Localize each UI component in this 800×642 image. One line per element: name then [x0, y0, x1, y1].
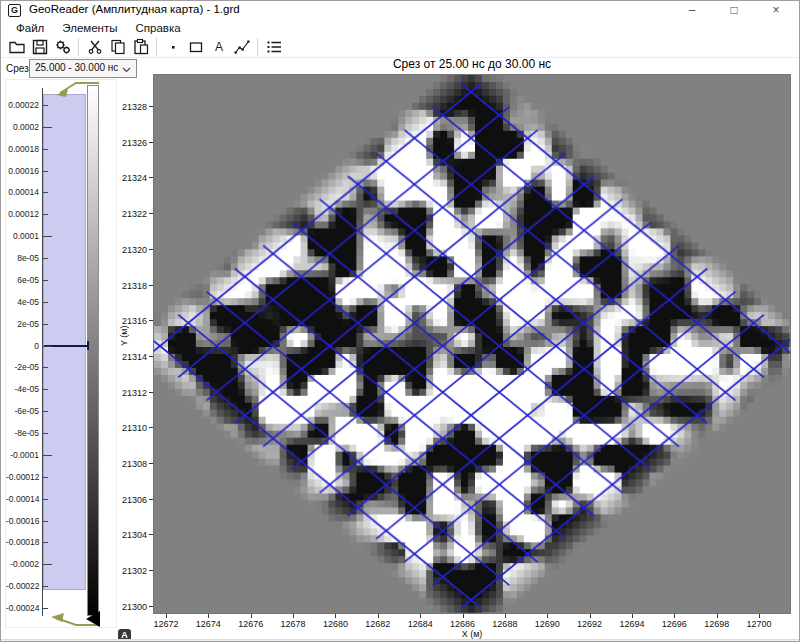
- colorbar-tick-label: 8e-05: [6, 253, 39, 263]
- colorbar-tick-label: 0: [6, 341, 39, 351]
- colorbar-axis-line: [42, 88, 43, 616]
- y-tick-mark: [149, 534, 153, 535]
- x-tick-mark: [674, 614, 675, 618]
- x-tick-mark: [590, 614, 591, 618]
- colorbar-tick-mark: [43, 586, 48, 587]
- x-tick-label: 12676: [231, 619, 271, 629]
- colorbar-tick-mark: [43, 608, 48, 609]
- colorbar-tick-label: 6e-05: [6, 275, 39, 285]
- min-marker-arrowhead-icon: [51, 613, 64, 622]
- y-tick-label: 21314: [113, 352, 147, 362]
- y-tick-label: 21322: [113, 209, 147, 219]
- x-tick-mark: [166, 614, 167, 618]
- menu-item-file[interactable]: Файл: [7, 21, 53, 35]
- y-tick-label: 21318: [113, 281, 147, 291]
- window-title: GeoReader (Амплитудная карта) - 1.grd: [29, 3, 240, 15]
- toolbar-button-paste[interactable]: [129, 37, 152, 58]
- x-tick-mark: [378, 614, 379, 618]
- y-tick-mark: [149, 606, 153, 607]
- y-tick-mark: [149, 570, 153, 571]
- menu-item-help[interactable]: Справка: [126, 21, 189, 35]
- toolbar-button-polyline-tool[interactable]: [230, 37, 253, 58]
- close-button[interactable]: ×: [755, 1, 797, 21]
- menu-bar: ФайлЭлементыСправка: [1, 21, 799, 35]
- y-tick-mark: [149, 392, 153, 393]
- y-tick-mark: [149, 142, 153, 143]
- toolbar-button-point-tool[interactable]: [161, 37, 184, 58]
- grayscale-gradient-bar: [87, 85, 99, 616]
- x-tick-label: 12688: [485, 619, 525, 629]
- colorbar-tick-label: 0.00022: [6, 100, 39, 110]
- toolbar-button-cut-scissors[interactable]: [83, 37, 106, 58]
- y-axis-label: Y (м): [119, 325, 129, 346]
- toolbar-button-list-view[interactable]: [262, 37, 285, 58]
- x-tick-mark: [251, 614, 252, 618]
- cut-scissors-icon: [86, 38, 104, 56]
- colorbar-tick-mark: [43, 346, 52, 347]
- colorbar-tick-label: 0.0002: [6, 122, 39, 132]
- x-tick-label: 12678: [273, 619, 313, 629]
- colorbar-tick-mark: [43, 521, 48, 522]
- x-tick-label: 12694: [612, 619, 652, 629]
- colorbar-tick-mark: [43, 389, 48, 390]
- histogram-zero-spike-end: [87, 341, 89, 350]
- maximize-button[interactable]: □: [713, 1, 755, 21]
- y-tick-label: 21306: [113, 495, 147, 505]
- x-tick-mark: [463, 614, 464, 618]
- y-tick-label: 21310: [113, 423, 147, 433]
- toolbar-button-copy[interactable]: [106, 37, 129, 58]
- y-tick-label: 21328: [113, 102, 147, 112]
- y-tick-mark: [149, 356, 153, 357]
- slice-combobox[interactable]: 25.000 - 30.000 нс: [29, 59, 137, 78]
- app-icon: G: [8, 4, 21, 17]
- colorbar-tick-mark: [43, 411, 48, 412]
- colorbar-tick-label: -0.0002: [6, 559, 39, 569]
- colorbar-tick-label: -0.00018: [6, 537, 39, 547]
- y-tick-mark: [149, 285, 153, 286]
- colorbar-tick-label: -4e-05: [6, 384, 39, 394]
- rectangle-tool-icon: [187, 38, 205, 56]
- amplitude-map-canvas[interactable]: [153, 74, 791, 614]
- colorbar-tick-label: -0.00016: [6, 516, 39, 526]
- y-tick-label: 21308: [113, 459, 147, 469]
- colorbar-tick-mark: [43, 324, 48, 325]
- toolbar-button-save[interactable]: [28, 37, 51, 58]
- colorbar-tick-label: -0.0001: [6, 450, 39, 460]
- title-bar: G GeoReader (Амплитудная карта) - 1.grd …: [1, 1, 799, 21]
- colorbar-tick-mark: [43, 455, 52, 456]
- colorbar-tick-mark: [43, 302, 48, 303]
- colorbar-tick-mark: [43, 542, 48, 543]
- open-folder-icon: [8, 38, 26, 56]
- colorbar-tick-label: -0.00012: [6, 472, 39, 482]
- colorbar-tick-mark: [43, 477, 48, 478]
- colorbar-tick-label: -0.00022: [6, 581, 39, 591]
- y-tick-label: 21326: [113, 138, 147, 148]
- copy-icon: [109, 38, 127, 56]
- menu-item-elements[interactable]: Элементы: [53, 21, 126, 35]
- colorbar-tick-label: 0.00016: [6, 166, 39, 176]
- colorbar-tick-label: 0.00012: [6, 209, 39, 219]
- y-tick-mark: [149, 320, 153, 321]
- toolbar-button-settings-gears[interactable]: [51, 37, 74, 58]
- toolbar-button-text-tool[interactable]: A: [207, 37, 230, 58]
- minimize-button[interactable]: –: [671, 1, 713, 21]
- x-tick-mark: [632, 614, 633, 618]
- x-tick-mark: [420, 614, 421, 618]
- colorbar-tick-label: -8e-05: [6, 428, 39, 438]
- x-tick-label: 12684: [400, 619, 440, 629]
- y-tick-mark: [149, 106, 153, 107]
- toolbar-button-open-folder[interactable]: [5, 37, 28, 58]
- app-window: G GeoReader (Амплитудная карта) - 1.grd …: [0, 0, 800, 642]
- colorbar-tick-label: 2e-05: [6, 319, 39, 329]
- x-tick-mark: [293, 614, 294, 618]
- colorbar-panel: 0.000220.00020.000180.000160.000140.0001…: [5, 79, 117, 628]
- toolbar-button-rectangle-tool[interactable]: [184, 37, 207, 58]
- toolbar: A: [1, 36, 799, 58]
- x-tick-label: 12674: [188, 619, 228, 629]
- histogram-area: [43, 94, 86, 590]
- colorbar-tick-mark: [43, 433, 48, 434]
- colorbar-tick-mark: [43, 105, 48, 106]
- y-tick-label: 21300: [113, 602, 147, 612]
- colorbar-tick-mark: [43, 499, 48, 500]
- y-tick-mark: [149, 177, 153, 178]
